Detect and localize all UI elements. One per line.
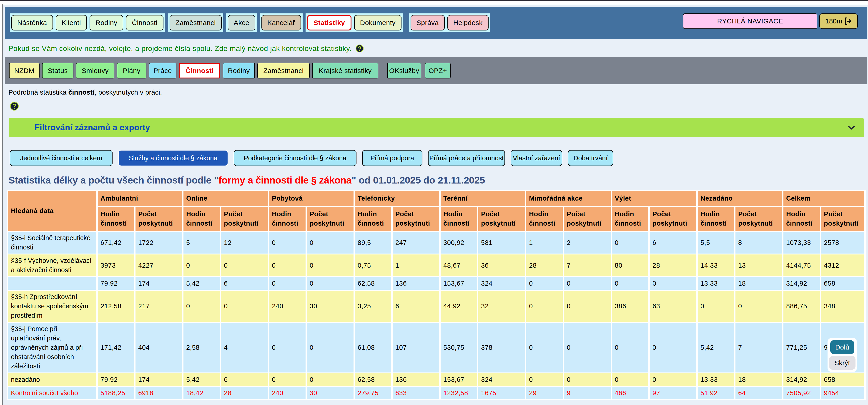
svg-text:?: ? [358, 45, 362, 52]
svg-text:?: ? [12, 102, 17, 110]
